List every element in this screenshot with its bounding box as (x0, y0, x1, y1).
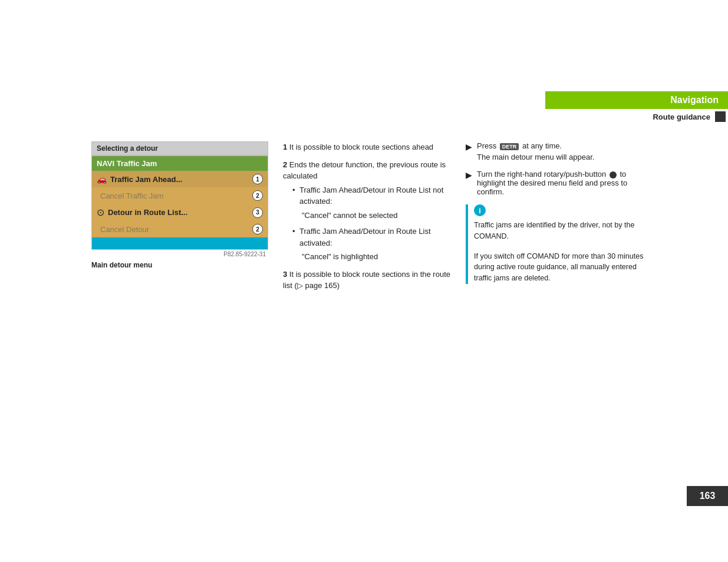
detour-icon: ⊙ (97, 207, 104, 218)
menu-item-1[interactable]: 🚗 Traffic Jam Ahead... 1 (92, 171, 268, 187)
menu-item-1-text: Traffic Jam Ahead... (110, 175, 250, 184)
step-3-num: 3 (283, 270, 289, 279)
navi-menu-title: NAVI Traffic Jam (92, 156, 268, 171)
arrow-item-1-sub: The main detour menu will appear. (477, 153, 594, 161)
menu-item-3[interactable]: ⊙ Detour in Route List... 3 (92, 204, 268, 221)
menu-item-4[interactable]: Cancel Detour 2 (92, 221, 268, 237)
bullet-1: Traffic Jam Ahead/Detour in Route List n… (292, 184, 454, 222)
arrow-icon-2: ▶ (466, 170, 472, 180)
badge-1: 1 (252, 174, 263, 184)
info-text-1: Traffic jams are identified by the drive… (474, 220, 654, 242)
step-1-text: It is possible to block route sections a… (289, 143, 433, 151)
bullet-1-text: Traffic Jam Ahead/Detour in Route List n… (299, 186, 443, 206)
figure-ref: P82.85-9222-31 (91, 250, 268, 259)
bullet-2: Traffic Jam Ahead/Detour in Route List a… (292, 226, 454, 263)
step-2-num: 2 (283, 160, 289, 169)
arrow-item-2: ▶ Turn the right-hand rotary/push-button… (466, 170, 654, 196)
info-icon: i (474, 204, 486, 216)
page-number: 163 (687, 486, 728, 506)
subtitle-text: Route guidance (653, 113, 710, 121)
step-3: 3 It is possible to block route sections… (283, 269, 454, 292)
subtitle-box (715, 111, 726, 122)
step-2: 2 Ends the detour function, the previous… (283, 159, 454, 263)
step-3-text: It is possible to block route sections i… (283, 270, 450, 290)
main-content: 1 It is possible to block route sections… (283, 141, 454, 297)
menu-item-2[interactable]: Cancel Traffic Jam 2 (92, 187, 268, 204)
rotary-dot (610, 171, 617, 178)
detr-badge: DETR (500, 143, 519, 150)
step-2-text: Ends the detour function, the previous r… (283, 160, 446, 181)
menu-bottom-bar (92, 237, 268, 249)
bullet-1-quote: "Cancel" cannot be selected (299, 210, 454, 222)
arrow-icon-1: ▶ (466, 142, 472, 151)
info-box: i Traffic jams are identified by the dri… (466, 204, 654, 284)
step-1: 1 It is possible to block route sections… (283, 141, 454, 153)
navi-menu-box: NAVI Traffic Jam 🚗 Traffic Jam Ahead... … (91, 156, 268, 250)
bullet-2-text: Traffic Jam Ahead/Detour in Route List a… (299, 227, 431, 247)
traffic-icon: 🚗 (97, 174, 107, 184)
selecting-detour-label: Selecting a detour (91, 141, 268, 156)
menu-item-3-text: Detour in Route List... (108, 208, 250, 217)
nav-subtitle: Route guidance (545, 109, 728, 124)
arrow-item-1-content: Press DETR at any time. The main detour … (477, 141, 594, 161)
badge-2a: 2 (252, 190, 263, 201)
badge-2b: 2 (252, 224, 263, 234)
arrow-item-2-content: Turn the right-hand rotary/push-button t… (477, 170, 654, 196)
header-nav: Navigation Route guidance (545, 91, 728, 124)
left-panel: Selecting a detour NAVI Traffic Jam 🚗 Tr… (91, 141, 268, 269)
nav-title: Navigation (545, 91, 728, 109)
right-content: ▶ Press DETR at any time. The main detou… (466, 141, 654, 284)
arrow-item-1-main: Press DETR at any time. (477, 141, 594, 150)
menu-item-2-text: Cancel Traffic Jam (100, 191, 250, 200)
menu-item-4-text: Cancel Detour (100, 225, 250, 234)
arrow-item-1: ▶ Press DETR at any time. The main detou… (466, 141, 654, 161)
step-1-num: 1 (283, 143, 289, 151)
step-2-bullets: Traffic Jam Ahead/Detour in Route List n… (283, 184, 454, 263)
caption: Main detour menu (91, 261, 268, 269)
bullet-2-quote: "Cancel" is highlighted (299, 251, 454, 263)
badge-3: 3 (252, 207, 263, 218)
info-text-2: If you switch off COMAND for more than 3… (474, 251, 654, 284)
